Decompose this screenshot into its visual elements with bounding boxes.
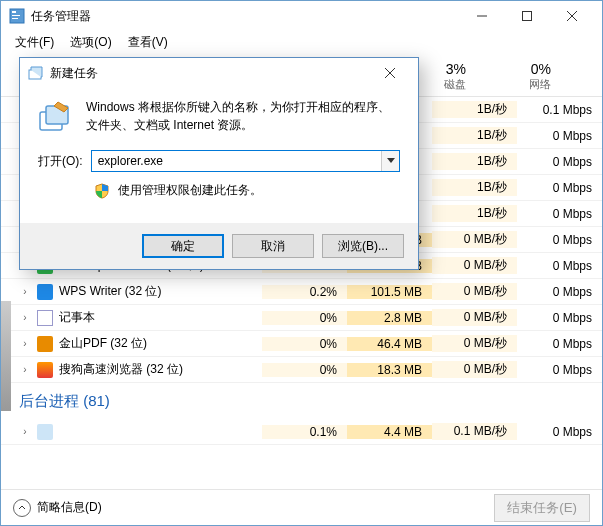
table-row[interactable]: › 搜狗高速浏览器 (32 位) 0% 18.3 MB 0 MB/秒 0 Mbp… [1,357,602,383]
table-row[interactable]: › 记事本 0% 2.8 MB 0 MB/秒 0 Mbps [1,305,602,331]
app-icon [9,8,25,24]
table-row[interactable]: › WPS Writer (32 位) 0.2% 101.5 MB 0 MB/秒… [1,279,602,305]
disk-cell: 1B/秒 [432,205,517,222]
table-row[interactable]: › 金山PDF (32 位) 0% 46.4 MB 0 MB/秒 0 Mbps [1,331,602,357]
bottom-bar: 简略信息(D) 结束任务(E) [1,489,602,525]
chevron-right-icon[interactable]: › [19,426,31,437]
dialog-titlebar[interactable]: 新建任务 [20,58,418,88]
disk-cell: 0 MB/秒 [432,361,517,378]
process-name: WPS Writer (32 位) [59,283,262,300]
svg-rect-2 [12,15,20,16]
svg-rect-1 [12,11,16,13]
disk-cell: 1B/秒 [432,179,517,196]
admin-row: 使用管理权限创建此任务。 [38,182,400,199]
menu-file[interactable]: 文件(F) [9,32,60,53]
dialog-title: 新建任务 [50,65,98,82]
dialog-description: Windows 将根据你所键入的名称，为你打开相应的程序、文件夹、文档或 Int… [86,98,400,134]
disk-cell: 0 MB/秒 [432,257,517,274]
mem-cell: 18.3 MB [347,363,432,377]
cpu-cell: 0% [262,363,347,377]
minimize-button[interactable] [459,1,504,31]
net-cell: 0 Mbps [517,259,602,273]
process-name: 记事本 [59,309,262,326]
net-cell: 0 Mbps [517,425,602,439]
disk-cell: 0 MB/秒 [432,231,517,248]
svg-rect-5 [522,12,531,21]
browse-button[interactable]: 浏览(B)... [322,234,404,258]
disk-cell: 1B/秒 [432,101,517,118]
gear-icon [37,424,53,440]
process-icon [37,284,53,300]
task-manager-window: 任务管理器 文件(F) 选项(O) 查看(V) 3%磁盘 0%网络 › 1B/秒… [0,0,603,526]
dialog-body: Windows 将根据你所键入的名称，为你打开相应的程序、文件夹、文档或 Int… [20,88,418,199]
mem-cell: 2.8 MB [347,311,432,325]
disk-cell: 0 MB/秒 [432,283,517,300]
open-input[interactable] [92,151,381,171]
process-name: 金山PDF (32 位) [59,335,262,352]
open-combobox[interactable] [91,150,400,172]
fewer-details-toggle[interactable]: 简略信息(D) [13,499,102,517]
shield-icon [94,183,110,199]
net-cell: 0 Mbps [517,155,602,169]
mem-cell: 101.5 MB [347,285,432,299]
chevron-right-icon[interactable]: › [19,286,31,297]
dialog-description-row: Windows 将根据你所键入的名称，为你打开相应的程序、文件夹、文档或 Int… [38,98,400,134]
net-header[interactable]: 0%网络 [476,53,561,96]
net-cell: 0 Mbps [517,233,602,247]
menubar: 文件(F) 选项(O) 查看(V) [1,31,602,53]
process-name: 搜狗高速浏览器 (32 位) [59,361,262,378]
net-cell: 0 Mbps [517,363,602,377]
cpu-cell: 0.2% [262,285,347,299]
cancel-button[interactable]: 取消 [232,234,314,258]
window-controls [459,1,594,31]
open-label: 打开(O): [38,153,83,170]
titlebar[interactable]: 任务管理器 [1,1,602,31]
new-task-dialog: 新建任务 Windows 将根据你所键入的名称，为你打开相应的程序、文件夹、文档… [19,57,419,270]
combobox-dropdown-button[interactable] [381,151,399,171]
maximize-button[interactable] [504,1,549,31]
run-icon [38,98,74,134]
ok-button[interactable]: 确定 [142,234,224,258]
section-label: 后台进程 (81) [19,392,110,411]
menu-view[interactable]: 查看(V) [122,32,174,53]
close-button[interactable] [549,1,594,31]
admin-text: 使用管理权限创建此任务。 [118,182,262,199]
chevron-right-icon[interactable]: › [19,364,31,375]
cpu-cell: 0.1% [262,425,347,439]
chevron-up-icon [13,499,31,517]
process-icon [37,362,53,378]
chevron-right-icon[interactable]: › [19,312,31,323]
process-icon [37,336,53,352]
net-cell: 0 Mbps [517,285,602,299]
mem-cell: 46.4 MB [347,337,432,351]
window-title: 任务管理器 [31,8,459,25]
open-row: 打开(O): [38,150,400,172]
svg-rect-3 [12,18,18,19]
chevron-right-icon[interactable]: › [19,338,31,349]
disk-cell: 0 MB/秒 [432,335,517,352]
net-cell: 0 Mbps [517,207,602,221]
svg-marker-14 [387,158,395,163]
process-icon [37,310,53,326]
dialog-buttons: 确定 取消 浏览(B)... [20,223,418,269]
net-cell: 0.1 Mbps [517,103,602,117]
mem-cell: 4.4 MB [347,425,432,439]
disk-cell: 1B/秒 [432,127,517,144]
net-cell: 0 Mbps [517,337,602,351]
menu-options[interactable]: 选项(O) [64,32,117,53]
left-edge-strip [1,301,11,411]
net-cell: 0 Mbps [517,129,602,143]
disk-cell: 0.1 MB/秒 [432,423,517,440]
fewer-details-label: 简略信息(D) [37,499,102,516]
cpu-cell: 0% [262,311,347,325]
disk-cell: 0 MB/秒 [432,309,517,326]
end-task-button[interactable]: 结束任务(E) [494,494,590,522]
net-cell: 0 Mbps [517,181,602,195]
dialog-close-button[interactable] [370,58,410,88]
run-dialog-icon [28,65,44,81]
background-section[interactable]: 后台进程 (81) [1,383,602,419]
net-cell: 0 Mbps [517,311,602,325]
cpu-cell: 0% [262,337,347,351]
table-row[interactable]: › 0.1% 4.4 MB 0.1 MB/秒 0 Mbps [1,419,602,445]
disk-cell: 1B/秒 [432,153,517,170]
